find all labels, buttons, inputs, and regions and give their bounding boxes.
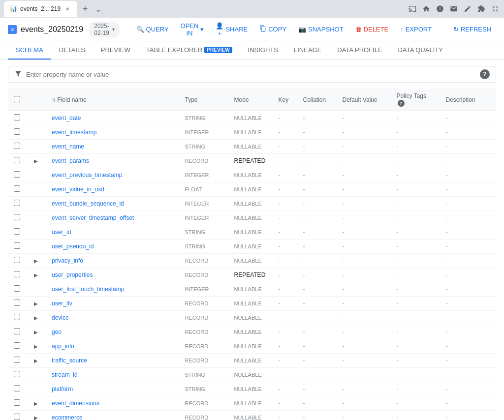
maximize-icon[interactable] bbox=[490, 4, 500, 14]
info-icon[interactable] bbox=[435, 4, 445, 14]
row-checkbox-cell[interactable] bbox=[8, 140, 26, 154]
select-all-checkbox[interactable] bbox=[14, 96, 20, 102]
row-checkbox[interactable] bbox=[14, 242, 20, 249]
expand-button[interactable]: ▶ bbox=[32, 157, 40, 165]
tab-table-explorer[interactable]: TABLE EXPLORER PREVIEW bbox=[138, 41, 240, 60]
tab-schema[interactable]: SCHEMA bbox=[8, 41, 51, 60]
row-checkbox-cell[interactable] bbox=[8, 154, 26, 168]
row-checkbox-cell[interactable] bbox=[8, 225, 26, 240]
browser-tab[interactable]: 📊 events_2... 219 ✕ bbox=[4, 1, 77, 17]
row-checkbox-cell[interactable] bbox=[8, 382, 26, 396]
row-checkbox[interactable] bbox=[14, 228, 20, 235]
date-chip[interactable]: 2025-02-19 ▾ bbox=[89, 22, 119, 37]
row-checkbox[interactable] bbox=[14, 314, 20, 320]
expand-button[interactable]: ▶ bbox=[32, 314, 40, 322]
row-checkbox-cell[interactable] bbox=[8, 111, 26, 125]
row-checkbox-cell[interactable] bbox=[8, 240, 26, 254]
tab-lineage[interactable]: LINEAGE bbox=[286, 41, 329, 60]
th-field-name[interactable]: ⇅ Field name bbox=[46, 89, 179, 111]
expand-button[interactable]: ▶ bbox=[32, 271, 40, 279]
row-checkbox-cell[interactable] bbox=[8, 325, 26, 339]
th-description: Description bbox=[440, 89, 497, 111]
extension-icon[interactable] bbox=[476, 4, 486, 14]
row-checkbox[interactable] bbox=[14, 328, 20, 334]
new-tab-button[interactable]: + bbox=[80, 4, 90, 14]
row-expand-cell[interactable]: ▶ bbox=[26, 311, 46, 325]
delete-button[interactable]: 🗑 DELETE bbox=[350, 23, 394, 36]
expand-button[interactable]: ▶ bbox=[32, 328, 40, 336]
row-checkbox[interactable] bbox=[14, 214, 20, 220]
row-checkbox[interactable] bbox=[14, 342, 20, 349]
row-expand-cell[interactable]: ▶ bbox=[26, 254, 46, 268]
row-checkbox[interactable] bbox=[14, 171, 20, 178]
copy-button[interactable]: COPY bbox=[254, 22, 291, 36]
row-expand-cell[interactable]: ▶ bbox=[26, 325, 46, 339]
th-select-all[interactable] bbox=[8, 89, 26, 111]
row-checkbox[interactable] bbox=[14, 128, 20, 135]
row-checkbox[interactable] bbox=[14, 114, 20, 120]
expand-button[interactable]: ▶ bbox=[32, 257, 40, 265]
row-expand-cell[interactable]: ▶ bbox=[26, 354, 46, 368]
tab-preview[interactable]: PREVIEW bbox=[93, 41, 138, 60]
edit-icon[interactable] bbox=[463, 4, 472, 14]
cast-icon[interactable] bbox=[408, 4, 417, 14]
row-expand-cell[interactable]: ▶ bbox=[26, 411, 46, 420]
tab-close-button[interactable]: ✕ bbox=[63, 5, 71, 13]
mail-icon[interactable] bbox=[449, 4, 459, 14]
policy-tags-help-icon[interactable]: ? bbox=[398, 100, 405, 107]
row-checkbox[interactable] bbox=[14, 257, 20, 263]
row-checkbox[interactable] bbox=[14, 271, 20, 277]
row-checkbox[interactable] bbox=[14, 300, 20, 306]
home-icon[interactable] bbox=[421, 4, 431, 14]
row-checkbox-cell[interactable] bbox=[8, 354, 26, 368]
expand-button[interactable]: ▶ bbox=[32, 357, 40, 364]
filter-input[interactable] bbox=[26, 71, 476, 78]
expand-button[interactable]: ▶ bbox=[32, 300, 40, 307]
row-checkbox-cell[interactable] bbox=[8, 311, 26, 325]
row-checkbox-cell[interactable] bbox=[8, 411, 26, 420]
export-button[interactable]: ↑ EXPORT bbox=[395, 23, 437, 36]
row-checkbox-cell[interactable] bbox=[8, 396, 26, 411]
help-icon[interactable]: ? bbox=[480, 69, 490, 79]
row-checkbox-cell[interactable] bbox=[8, 211, 26, 225]
row-checkbox-cell[interactable] bbox=[8, 254, 26, 268]
expand-button[interactable]: ▶ bbox=[32, 414, 40, 420]
row-checkbox-cell[interactable] bbox=[8, 368, 26, 382]
row-checkbox-cell[interactable] bbox=[8, 282, 26, 297]
tab-insights[interactable]: INSIGHTS bbox=[240, 41, 286, 60]
row-expand-cell[interactable]: ▶ bbox=[26, 297, 46, 311]
row-checkbox[interactable] bbox=[14, 357, 20, 363]
row-checkbox-cell[interactable] bbox=[8, 268, 26, 282]
row-checkbox-cell[interactable] bbox=[8, 297, 26, 311]
row-checkbox[interactable] bbox=[14, 157, 20, 163]
row-checkbox-cell[interactable] bbox=[8, 125, 26, 140]
row-checkbox-cell[interactable] bbox=[8, 197, 26, 211]
row-type: RECORD bbox=[179, 268, 228, 282]
open-in-button[interactable]: OPEN IN ▾ bbox=[176, 19, 209, 40]
row-checkbox-cell[interactable] bbox=[8, 339, 26, 354]
tab-data-profile[interactable]: DATA PROFILE bbox=[329, 41, 390, 60]
row-expand-cell[interactable]: ▶ bbox=[26, 339, 46, 354]
row-checkbox[interactable] bbox=[14, 385, 20, 391]
tab-menu-button[interactable]: ⌄ bbox=[93, 4, 103, 14]
expand-button[interactable]: ▶ bbox=[32, 399, 40, 407]
expand-button[interactable]: ▶ bbox=[32, 342, 40, 350]
row-checkbox[interactable] bbox=[14, 200, 20, 206]
share-button[interactable]: 👤+ SHARE bbox=[211, 19, 252, 40]
row-expand-cell[interactable]: ▶ bbox=[26, 154, 46, 168]
snapshot-button[interactable]: 📷 SNAPSHOT bbox=[293, 23, 348, 36]
refresh-button[interactable]: ↻ REFRESH bbox=[448, 23, 496, 36]
row-checkbox[interactable] bbox=[14, 414, 20, 420]
row-checkbox[interactable] bbox=[14, 399, 20, 406]
row-checkbox[interactable] bbox=[14, 143, 20, 149]
row-checkbox-cell[interactable] bbox=[8, 168, 26, 182]
row-checkbox[interactable] bbox=[14, 371, 20, 377]
row-expand-cell[interactable]: ▶ bbox=[26, 268, 46, 282]
row-checkbox[interactable] bbox=[14, 185, 20, 192]
tab-details[interactable]: DETAILS bbox=[51, 41, 93, 60]
row-checkbox-cell[interactable] bbox=[8, 182, 26, 197]
tab-data-quality[interactable]: DATA QUALITY bbox=[390, 41, 451, 60]
query-button[interactable]: 🔍 QUERY bbox=[131, 23, 174, 36]
row-expand-cell[interactable]: ▶ bbox=[26, 396, 46, 411]
row-checkbox[interactable] bbox=[14, 285, 20, 292]
